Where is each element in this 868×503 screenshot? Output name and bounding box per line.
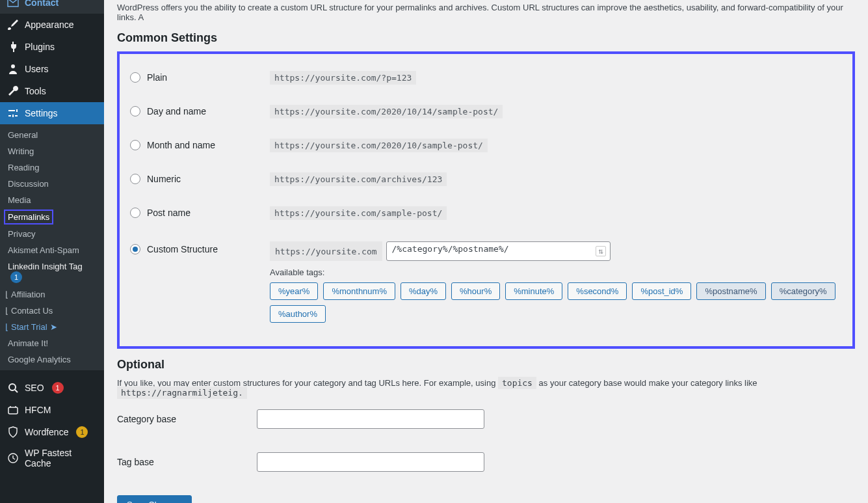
sidebar-label: Contact <box>25 0 59 8</box>
option-monthname: Month and name https://yoursite.com/2020… <box>122 128 850 162</box>
sidebar-label: Appearance <box>25 20 74 30</box>
option-label: Post name <box>147 208 191 218</box>
sidebar-item-plugins[interactable]: Plugins <box>0 36 104 58</box>
submenu-marker-icon: ⌊ <box>5 290 8 299</box>
submenu-writing[interactable]: Writing <box>0 143 104 159</box>
category-base-label: Category base <box>117 414 176 424</box>
option-custom: Custom Structure https://yoursite.com /%… <box>122 230 850 334</box>
sidebar-label: Tools <box>25 86 46 96</box>
option-label: Month and name <box>147 140 215 150</box>
custom-prefix: https://yoursite.com <box>270 241 382 261</box>
brush-icon <box>7 18 20 31</box>
tag-day[interactable]: %day% <box>401 282 446 300</box>
radio-plain[interactable] <box>130 72 140 83</box>
arrow-right-icon: ➤ <box>50 322 57 332</box>
submenu-animateit[interactable]: Animate It! <box>0 335 104 351</box>
svg-point-0 <box>11 64 15 68</box>
radio-custom[interactable] <box>130 244 140 254</box>
submenu-media[interactable]: Media <box>0 192 104 208</box>
sidebar-label: SEO <box>25 383 44 393</box>
tag-base-row: Tag base <box>117 441 855 483</box>
tag-author[interactable]: %author% <box>270 305 326 323</box>
submenu-permalinks[interactable]: Permalinks <box>4 210 53 224</box>
option-label: Day and name <box>147 106 206 116</box>
hfcm-icon <box>7 403 20 416</box>
sidebar-label: Wordfence <box>25 427 68 437</box>
input-suffix-icon: ⇅ <box>596 246 605 256</box>
tag-minute[interactable]: %minute% <box>505 282 562 300</box>
submenu-affiliation[interactable]: ⌊ Affiliation <box>0 286 104 303</box>
submenu-akismet[interactable]: Akismet Anti-Spam <box>0 242 104 258</box>
sidebar-label: Settings <box>25 108 58 118</box>
submenu-label: Linkedin Insight Tag <box>8 262 83 271</box>
tag-postname[interactable]: %postname% <box>696 282 765 300</box>
submenu-googleanalytics[interactable]: Google Analytics <box>0 351 104 368</box>
intro-text: WordPress offers you the ability to crea… <box>117 3 855 22</box>
plug-icon <box>7 40 20 53</box>
tag-postid[interactable]: %post_id% <box>632 282 691 300</box>
main-content: WordPress offers you the ability to crea… <box>104 0 868 503</box>
submenu-contactus[interactable]: ⌊ Contact Us <box>0 303 104 319</box>
submenu-linkedin[interactable]: Linkedin Insight Tag 1 <box>0 258 104 286</box>
tag-base-label: Tag base <box>117 457 154 467</box>
available-tags: %year% %monthnum% %day% %hour% %minute% … <box>270 282 850 323</box>
wrench-icon <box>7 85 20 98</box>
submenu-general[interactable]: General <box>0 127 104 143</box>
submenu-discussion[interactable]: Discussion <box>0 176 104 192</box>
common-settings-title: Common Settings <box>117 31 855 45</box>
radio-postname[interactable] <box>130 208 140 218</box>
sidebar-item-contact-partial[interactable]: Contact <box>0 0 104 14</box>
tag-category[interactable]: %category% <box>771 282 835 300</box>
submenu-starttrial[interactable]: ⌊ Start Trial ➤ <box>0 319 104 335</box>
wordfence-badge: 1 <box>76 426 88 438</box>
option-example: https://yoursite.com/sample-post/ <box>270 206 447 220</box>
custom-structure-input[interactable]: /%category%/%postname%/ ⇅ <box>386 241 611 261</box>
sidebar-item-seo[interactable]: SEO 1 <box>0 377 104 399</box>
seo-icon <box>7 381 20 394</box>
option-example: https://yoursite.com/2020/10/sample-post… <box>270 139 488 152</box>
category-base-input[interactable] <box>257 409 484 429</box>
sidebar-label: Users <box>25 64 49 74</box>
sliders-icon <box>7 107 20 120</box>
common-settings-box: Plain https://yoursite.com/?p=123 Day an… <box>117 51 855 349</box>
submenu-reading[interactable]: Reading <box>0 159 104 176</box>
save-changes-button[interactable]: Save Changes <box>117 495 192 503</box>
example-url-code: https://ragnarmiljeteig. <box>117 387 247 399</box>
topics-code: topics <box>498 377 536 389</box>
tag-base-input[interactable] <box>257 452 484 472</box>
option-label: Numeric <box>147 174 181 184</box>
sidebar-item-tools[interactable]: Tools <box>0 80 104 102</box>
users-icon <box>7 62 20 75</box>
sidebar-item-appearance[interactable]: Appearance <box>0 14 104 36</box>
sidebar-item-users[interactable]: Users <box>0 58 104 80</box>
sidebar-item-hfcm[interactable]: HFCM <box>0 399 104 421</box>
option-numeric: Numeric https://yoursite.com/archives/12… <box>122 162 850 196</box>
submenu-marker-icon: ⌊ <box>5 322 8 332</box>
available-tags-label: Available tags: <box>270 267 850 277</box>
sidebar-item-wordfence[interactable]: Wordfence 1 <box>0 421 104 443</box>
settings-submenu: General Writing Reading Discussion Media… <box>0 124 104 370</box>
tag-monthnum[interactable]: %monthnum% <box>323 282 395 300</box>
svg-rect-2 <box>8 407 18 414</box>
optional-desc: If you like, you may enter custom struct… <box>117 378 855 398</box>
option-example: https://yoursite.com/?p=123 <box>270 71 416 85</box>
sidebar-label: WP Fastest Cache <box>25 448 98 469</box>
tag-year[interactable]: %year% <box>270 282 318 300</box>
optional-title: Optional <box>117 358 855 372</box>
option-label: Plain <box>147 72 167 83</box>
option-example: https://yoursite.com/2020/10/14/sample-p… <box>270 105 503 118</box>
sidebar-item-settings[interactable]: Settings <box>0 102 104 124</box>
sidebar-item-wpfastest[interactable]: WP Fastest Cache <box>0 443 104 473</box>
sidebar-label: HFCM <box>25 405 51 415</box>
radio-dayname[interactable] <box>130 106 140 116</box>
submenu-privacy[interactable]: Privacy <box>0 226 104 242</box>
shield-icon <box>7 426 20 439</box>
seo-badge: 1 <box>52 382 64 394</box>
radio-numeric[interactable] <box>130 174 140 184</box>
radio-monthname[interactable] <box>130 140 140 150</box>
svg-point-1 <box>9 384 16 390</box>
submenu-marker-icon: ⌊ <box>5 306 8 316</box>
tag-hour[interactable]: %hour% <box>451 282 500 300</box>
cache-icon <box>7 452 20 465</box>
tag-second[interactable]: %second% <box>568 282 627 300</box>
